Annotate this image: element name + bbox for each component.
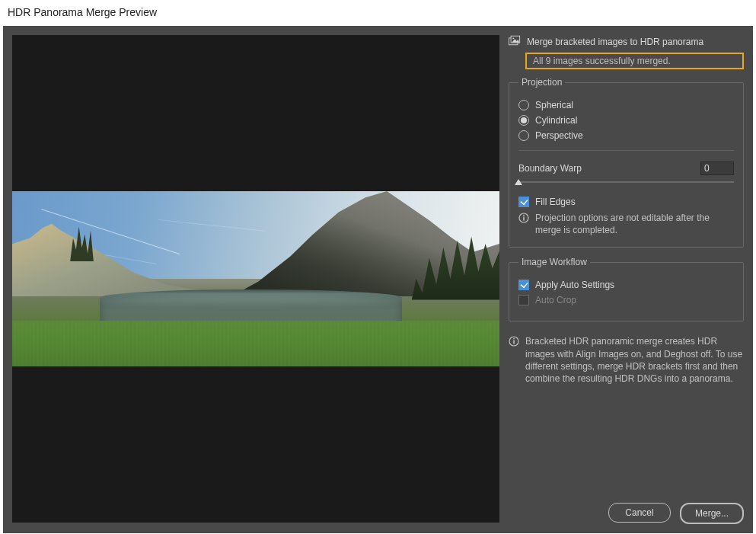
checkbox-icon	[518, 295, 529, 305]
merge-button[interactable]: Merge...	[680, 503, 744, 524]
projection-cylindrical-radio[interactable]: Cylindrical	[518, 115, 734, 126]
projection-perspective-radio[interactable]: Perspective	[518, 130, 734, 141]
merge-header-label: Merge bracketed images to HDR panorama	[527, 37, 703, 47]
projection-group: Projection Spherical Cylindrical Perspec…	[509, 77, 744, 248]
cancel-button[interactable]: Cancel	[608, 503, 671, 523]
apply-auto-settings-checkbox[interactable]: Apply Auto Settings	[518, 280, 734, 290]
projection-spherical-radio[interactable]: Spherical	[518, 100, 734, 110]
radio-label: Cylindrical	[535, 115, 577, 126]
image-stack-icon	[509, 35, 521, 48]
fill-edges-checkbox[interactable]: Fill Edges	[518, 197, 734, 207]
svg-rect-7	[513, 341, 515, 344]
radio-icon	[518, 130, 529, 141]
boundary-warp-slider[interactable]	[518, 177, 734, 187]
boundary-warp-input[interactable]	[700, 161, 734, 175]
preview-pane	[3, 26, 506, 533]
panorama-preview-image	[12, 191, 499, 366]
image-workflow-group: Image Workflow Apply Auto Settings Auto …	[509, 257, 744, 321]
svg-point-5	[523, 215, 525, 216]
projection-note: Projection options are not editable afte…	[535, 212, 734, 236]
info-icon	[518, 213, 529, 223]
checkbox-label: Fill Edges	[535, 197, 576, 207]
info-icon	[509, 336, 519, 347]
dialog-body: Merge bracketed images to HDR panorama A…	[3, 26, 753, 533]
radio-icon	[518, 100, 529, 110]
checkbox-icon	[518, 280, 529, 290]
checkbox-label: Apply Auto Settings	[535, 280, 614, 290]
checkbox-label: Auto Crop	[535, 295, 576, 305]
boundary-warp-label: Boundary Warp	[518, 163, 582, 174]
separator	[518, 150, 734, 151]
checkbox-icon	[518, 197, 529, 207]
projection-legend: Projection	[518, 77, 565, 88]
svg-point-8	[513, 338, 515, 340]
preview-viewport[interactable]	[12, 35, 499, 523]
workflow-legend: Image Workflow	[518, 257, 590, 267]
auto-crop-checkbox: Auto Crop	[518, 295, 734, 305]
radio-label: Perspective	[535, 130, 583, 141]
svg-point-2	[512, 37, 514, 39]
radio-label: Spherical	[535, 100, 573, 110]
window-title: HDR Panorama Merge Preview	[0, 0, 756, 23]
footer-note: Bracketed HDR panoramic merge creates HD…	[525, 335, 744, 385]
options-pane: Merge bracketed images to HDR panorama A…	[506, 26, 753, 533]
svg-rect-4	[523, 217, 525, 221]
merge-status-highlight: All 9 images successfully merged.	[525, 53, 744, 69]
radio-icon	[518, 115, 529, 126]
